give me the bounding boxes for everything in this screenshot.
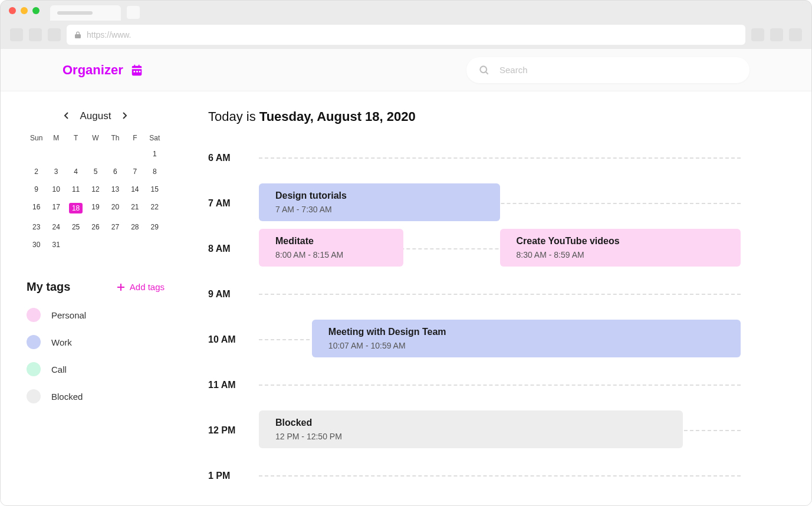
calendar-day[interactable]: 6	[106, 166, 125, 178]
main-panel: Today is Tuesday, August 18, 2020 6 AM7 …	[182, 91, 811, 505]
sidebar: August SunMTWThFSat123456789101112131415…	[1, 91, 182, 505]
brand[interactable]: Organizer	[63, 63, 143, 78]
event-card[interactable]: Design tutorials7 AM - 7:30 AM	[259, 183, 500, 221]
calendar-day	[46, 148, 65, 160]
window-minimize-button[interactable]	[21, 7, 28, 14]
browser-action-2[interactable]	[770, 28, 783, 41]
calendar-day[interactable]: 2	[27, 166, 46, 178]
calendar-day[interactable]: 1	[145, 148, 165, 160]
tag-row[interactable]: Work	[27, 335, 165, 349]
dow-label: Sat	[145, 134, 165, 142]
tag-row[interactable]: Call	[27, 362, 165, 376]
calendar-day[interactable]: 4	[66, 166, 86, 178]
calendar-day[interactable]: 16	[27, 201, 46, 215]
browser-action-1[interactable]	[751, 28, 764, 41]
calendar-day	[106, 148, 125, 160]
address-bar[interactable]: https://www.	[67, 25, 745, 45]
hour-label: 1 PM	[208, 471, 259, 481]
new-tab-button[interactable]	[127, 6, 140, 19]
svg-line-1	[486, 71, 488, 74]
event-card[interactable]: Meeting with Design Team10:07 AM - 10:59…	[312, 320, 741, 357]
hour-label: 12 PM	[208, 425, 259, 436]
tags-section: My tags Add tags PersonalWorkCallBlocked	[27, 280, 165, 403]
calendar-day[interactable]: 13	[106, 183, 125, 195]
nav-forward-button[interactable]	[29, 28, 42, 41]
event-title: Meditate	[275, 236, 387, 247]
calendar-day[interactable]: 15	[145, 183, 165, 195]
window-close-button[interactable]	[9, 7, 16, 14]
search-input[interactable]	[499, 65, 738, 75]
calendar-day[interactable]: 21	[125, 201, 144, 215]
event-time: 8:30 AM - 8:59 AM	[517, 250, 725, 259]
hour-label: 8 AM	[208, 244, 259, 254]
chevron-right-icon	[121, 112, 127, 119]
event-time: 8:00 AM - 8:15 AM	[275, 250, 387, 259]
calendar-day	[66, 148, 86, 160]
calendar-day[interactable]: 8	[145, 166, 165, 178]
calendar-day[interactable]: 14	[125, 183, 144, 195]
calendar-day[interactable]: 24	[46, 221, 65, 233]
tag-row[interactable]: Blocked	[27, 389, 165, 403]
calendar-day[interactable]: 30	[27, 239, 46, 251]
calendar-day[interactable]: 31	[46, 239, 65, 251]
tag-label: Personal	[51, 310, 86, 320]
search-icon	[478, 64, 490, 76]
calendar-day[interactable]: 22	[145, 201, 165, 215]
month-label: August	[80, 110, 111, 122]
hour-label: 10 AM	[208, 334, 259, 345]
calendar-day[interactable]: 19	[86, 201, 105, 215]
calendar-day	[66, 239, 86, 251]
tag-row[interactable]: Personal	[27, 308, 165, 322]
tag-swatch	[27, 335, 41, 349]
brand-name: Organizer	[63, 63, 123, 78]
calendar-day[interactable]: 20	[106, 201, 125, 215]
calendar-day[interactable]: 11	[66, 183, 86, 195]
add-tags-button[interactable]: Add tags	[117, 282, 165, 292]
calendar-day	[86, 148, 105, 160]
today-prefix: Today is	[208, 109, 259, 124]
plus-icon	[117, 283, 125, 291]
window-maximize-button[interactable]	[32, 7, 40, 14]
calendar-day[interactable]: 7	[125, 166, 144, 178]
nav-back-button[interactable]	[10, 28, 23, 41]
tag-label: Call	[51, 364, 67, 374]
calendar-day[interactable]: 26	[86, 221, 105, 233]
browser-action-3[interactable]	[789, 28, 802, 41]
calendar-day[interactable]: 3	[46, 166, 65, 178]
event-card[interactable]: Create YouTube videos8:30 AM - 8:59 AM	[500, 229, 741, 267]
event-time: 7 AM - 7:30 AM	[275, 205, 484, 214]
chevron-left-icon	[64, 112, 70, 119]
nav-reload-button[interactable]	[48, 28, 61, 41]
calendar-day	[86, 239, 105, 251]
browser-tab[interactable]	[50, 5, 121, 21]
calendar-day[interactable]: 10	[46, 183, 65, 195]
calendar-day	[125, 148, 144, 160]
calendar-day[interactable]: 17	[46, 201, 65, 215]
dow-label: Th	[106, 134, 125, 142]
calendar-day[interactable]: 12	[86, 183, 105, 195]
prev-month-button[interactable]	[61, 109, 72, 123]
calendar-day[interactable]: 27	[106, 221, 125, 233]
hour-label: 9 AM	[208, 289, 259, 300]
event-time: 10:07 AM - 10:59 AM	[328, 341, 724, 350]
calendar-day	[27, 148, 46, 160]
calendar-day[interactable]: 18	[66, 201, 86, 215]
app-header: Organizer	[1, 49, 811, 91]
dow-label: M	[46, 134, 65, 142]
search-bar	[466, 57, 749, 83]
event-card[interactable]: Blocked12 PM - 12:50 PM	[259, 410, 683, 448]
calendar-day[interactable]: 28	[125, 221, 144, 233]
calendar-day[interactable]: 5	[86, 166, 105, 178]
calendar-day[interactable]: 25	[66, 221, 86, 233]
event-card[interactable]: Meditate8:00 AM - 8:15 AM	[259, 229, 403, 267]
calendar-icon	[130, 64, 143, 77]
next-month-button[interactable]	[119, 109, 130, 123]
event-title: Create YouTube videos	[517, 236, 725, 247]
dow-label: F	[125, 134, 144, 142]
lock-icon	[75, 31, 81, 38]
calendar-day[interactable]: 29	[145, 221, 165, 233]
dow-label: Sun	[27, 134, 46, 142]
calendar-day[interactable]: 9	[27, 183, 46, 195]
calendar-day[interactable]: 23	[27, 221, 46, 233]
tab-title-placeholder	[57, 11, 93, 15]
